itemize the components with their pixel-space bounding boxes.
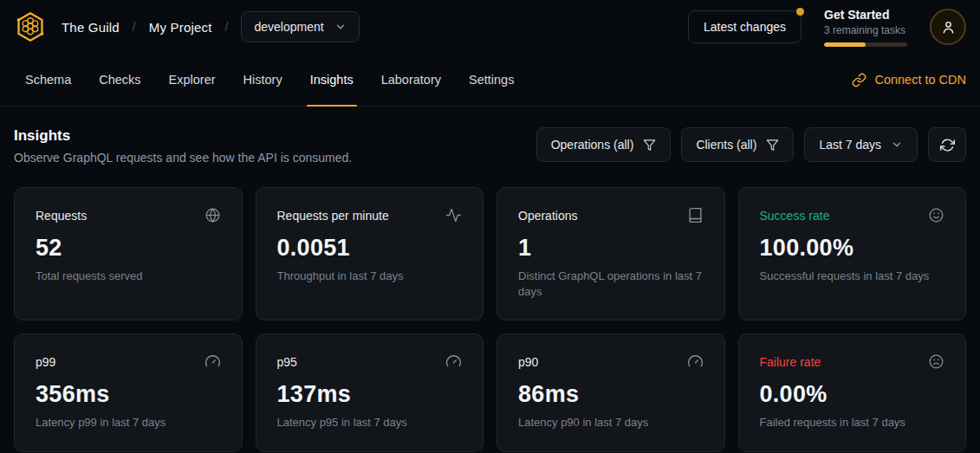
stat-card-p90: p90 86ms Latency p90 in last 7 days (496, 333, 725, 452)
header-right: Latest changes Get Started 3 remaining t… (688, 8, 966, 47)
latest-changes-label: Latest changes (704, 20, 786, 34)
card-description: Latency p99 in last 7 days (36, 415, 221, 430)
card-title: p95 (277, 355, 297, 369)
card-value: 0.00% (760, 381, 945, 408)
operations-filter-button[interactable]: Operations (all) (536, 127, 672, 162)
page-title: Insights (14, 127, 352, 145)
get-started-title: Get Started (824, 8, 907, 22)
smile-icon (928, 207, 944, 223)
clients-filter-button[interactable]: Clients (all) (681, 127, 794, 162)
activity-icon (445, 207, 462, 223)
card-title: p99 (36, 355, 55, 369)
target-selector-value: development (254, 20, 323, 34)
breadcrumb-project[interactable]: My Project (149, 20, 212, 35)
tab-explorer[interactable]: Explorer (158, 54, 227, 106)
get-started-remaining: 3 remaining tasks (824, 24, 907, 36)
card-value: 1 (518, 235, 704, 262)
gauge-icon (445, 353, 462, 370)
card-title: Requests per minute (277, 209, 389, 223)
card-description: Latency p90 in last 7 days (518, 415, 704, 430)
stat-card-failure-rate: Failure rate 0.00% Failed requests in la… (738, 333, 967, 452)
clients-filter-label: Clients (all) (696, 138, 756, 152)
card-title: Requests (36, 209, 87, 223)
card-description: Throughput in last 7 days (277, 269, 463, 284)
card-value: 137ms (277, 381, 463, 408)
stat-card-success-rate: Success rate 100.00% Successful requests… (738, 187, 967, 320)
tab-laboratory[interactable]: Laboratory (370, 54, 452, 106)
chevron-down-icon (334, 21, 347, 33)
card-description: Total requests served (36, 269, 221, 284)
frown-icon (928, 353, 944, 370)
nav-tabs: Schema Checks Explorer History Insights … (14, 54, 525, 106)
breadcrumb-separator: / (133, 20, 136, 34)
card-description: Failed requests in last 7 days (760, 415, 945, 430)
top-header: The Guild / My Project / development Lat… (0, 0, 980, 54)
get-started-progressbar (824, 42, 907, 47)
globe-icon (204, 207, 221, 223)
card-value: 86ms (518, 381, 704, 408)
latest-changes-button[interactable]: Latest changes (688, 10, 802, 43)
book-icon (687, 207, 704, 223)
user-avatar[interactable] (930, 9, 966, 45)
target-selector-dropdown[interactable]: development (241, 11, 359, 42)
card-description: Distinct GraphQL operations in last 7 da… (518, 269, 704, 299)
progress-fill (824, 42, 866, 47)
tab-schema[interactable]: Schema (14, 54, 82, 106)
gauge-icon (687, 353, 704, 370)
operations-filter-label: Operations (all) (551, 138, 634, 152)
connect-to-cdn-link[interactable]: Connect to CDN (852, 54, 966, 106)
gauge-icon (204, 353, 221, 370)
card-value: 0.0051 (277, 235, 463, 262)
get-started-widget[interactable]: Get Started 3 remaining tasks (824, 8, 907, 47)
stat-card-operations: Operations 1 Distinct GraphQL operations… (496, 187, 725, 320)
period-dropdown-value: Last 7 days (819, 138, 881, 152)
project-nav: Schema Checks Explorer History Insights … (0, 54, 980, 107)
card-title: p90 (518, 355, 538, 369)
stat-cards-grid: Requests 52 Total requests served Reques… (14, 187, 966, 452)
period-dropdown[interactable]: Last 7 days (804, 127, 918, 162)
tab-insights[interactable]: Insights (299, 54, 365, 106)
guild-logo-icon[interactable] (14, 10, 49, 43)
stat-card-requests-per-minute: Requests per minute 0.0051 Throughput in… (256, 187, 484, 320)
card-description: Successful requests in last 7 days (760, 269, 945, 284)
card-title: Success rate (760, 209, 830, 223)
breadcrumb: The Guild / My Project / development (14, 10, 360, 43)
user-icon (940, 19, 957, 36)
stat-card-requests: Requests 52 Total requests served (14, 187, 243, 320)
card-title: Failure rate (760, 355, 821, 369)
filter-funnel-icon (643, 139, 656, 152)
card-value: 356ms (36, 381, 221, 408)
card-description: Latency p95 in last 7 days (277, 415, 463, 430)
card-value: 100.00% (760, 235, 945, 262)
filter-funnel-icon (766, 139, 779, 152)
connect-to-cdn-label: Connect to CDN (874, 73, 966, 87)
breadcrumb-separator: / (225, 20, 229, 34)
refresh-button[interactable] (928, 127, 966, 162)
tab-checks[interactable]: Checks (88, 54, 152, 106)
insights-page: Insights Observe GraphQL requests and se… (0, 127, 980, 452)
page-header: Insights Observe GraphQL requests and se… (14, 127, 966, 165)
filter-toolbar: Operations (all) Clients (all) Last 7 da… (536, 127, 966, 162)
link-icon (852, 73, 866, 87)
stat-card-p99: p99 356ms Latency p99 in last 7 days (14, 333, 243, 452)
page-header-text: Insights Observe GraphQL requests and se… (14, 127, 352, 165)
chevron-down-icon (891, 139, 903, 151)
page-subtitle: Observe GraphQL requests and see how the… (14, 151, 352, 165)
card-title: Operations (518, 209, 577, 223)
tab-history[interactable]: History (232, 54, 294, 106)
stat-card-p95: p95 137ms Latency p95 in last 7 days (256, 333, 484, 452)
breadcrumb-org[interactable]: The Guild (62, 20, 120, 35)
card-value: 52 (36, 235, 221, 262)
notification-dot (796, 8, 804, 16)
refresh-icon (940, 138, 955, 152)
tab-settings[interactable]: Settings (458, 54, 525, 106)
